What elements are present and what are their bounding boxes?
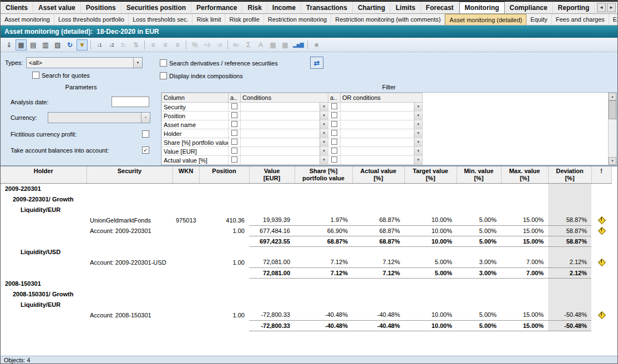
subtab-asset-monitoring[interactable]: Asset monitoring — [1, 14, 54, 25]
chevron-down-icon[interactable]: ▼ — [141, 113, 150, 123]
filter-icon[interactable]: ▼ — [77, 39, 88, 50]
dropdown-arrow-icon[interactable]: ▼ — [320, 156, 328, 164]
count-icon[interactable]: N= — [231, 39, 242, 50]
increase-decimal-icon[interactable]: +.0 — [201, 39, 212, 50]
filter-or-conditions-cell[interactable]: ▼ — [341, 112, 423, 120]
filter-conditions-cell[interactable]: ▼ — [241, 120, 328, 129]
dropdown-arrow-icon[interactable]: ▼ — [414, 156, 422, 164]
subtab-asset-monitoring-detailed[interactable]: Asset monitoring (detailed) — [445, 14, 526, 25]
tab-asset-value[interactable]: Asset value — [33, 2, 81, 13]
filter-and-checkbox[interactable] — [231, 148, 237, 154]
tab-limits[interactable]: Limits — [391, 2, 421, 13]
sort-ascending-icon[interactable]: ↓2 — [106, 39, 117, 50]
filter-conditions-cell[interactable]: ▼ — [241, 156, 328, 165]
filter-and-checkbox[interactable] — [231, 121, 237, 127]
table-settings-icon[interactable]: ▦ — [16, 39, 27, 50]
filter-or-conditions-cell[interactable]: ▼ — [341, 138, 423, 147]
col-header-security[interactable]: Security — [87, 166, 173, 183]
filter-or-conditions-cell[interactable]: ▼ — [341, 129, 423, 138]
filter-or-checkbox[interactable] — [331, 139, 337, 145]
dropdown-arrow-icon[interactable]: ▼ — [320, 129, 328, 138]
tab-clients[interactable]: Clients — [1, 2, 33, 13]
sum-icon[interactable]: Σ — [243, 39, 254, 50]
dropdown-arrow-icon[interactable]: ▼ — [414, 138, 422, 146]
security-row[interactable]: Account: 2009-220301-USD1.0072,081.007.1… — [1, 257, 611, 267]
chevron-down-icon[interactable]: ▼ — [133, 58, 142, 68]
col-header-share[interactable]: Share [%] portfolio value — [295, 166, 352, 183]
stop-icon[interactable]: ■ — [311, 39, 322, 50]
scroll-up-icon[interactable]: ▲ — [609, 93, 616, 100]
subtotal-row[interactable]: 72,081.007.12%7.12%5.00%3.00%7.00%2.12% — [1, 267, 611, 278]
security-row[interactable]: Account: 2008-1503011.00-72,800.33-40.48… — [1, 310, 611, 320]
col-header-max-value[interactable]: Max. value [%] — [501, 166, 548, 183]
group-row[interactable]: 2009-220301/ Growth — [1, 194, 611, 204]
security-row[interactable]: UnionGeldmarktFonds975013410.3619,939.39… — [1, 215, 611, 225]
filter-or-checkbox[interactable] — [331, 130, 337, 136]
subtab-risk-profile[interactable]: Risk profile — [225, 14, 264, 25]
group-row[interactable]: 2008-150301 — [1, 278, 611, 289]
group-row[interactable]: 2008-150301/ Growth — [1, 289, 611, 299]
search-derivatives-checkbox[interactable] — [160, 59, 167, 67]
decrease-decimal-icon[interactable]: -.0 — [214, 39, 225, 50]
sort-sum-icon[interactable]: Σ↓ — [118, 39, 129, 50]
search-for-quotes-checkbox[interactable] — [32, 72, 39, 79]
tab-securities-position[interactable]: Securities position — [121, 2, 191, 13]
filter-or-checkbox[interactable] — [331, 103, 337, 109]
analysis-date-input[interactable] — [112, 97, 149, 107]
tab-income[interactable]: Income — [267, 2, 301, 13]
filter-scrollbar[interactable]: ▲ ▼ — [608, 93, 616, 165]
percent-icon[interactable]: % — [189, 39, 200, 50]
subtab-loss-thresholds-portfolio[interactable]: Loss thresholds portfolio — [54, 14, 129, 25]
subtab-risk-limit[interactable]: Risk limit — [193, 14, 225, 25]
tab-scroll-left-button[interactable]: ◄ — [597, 3, 606, 12]
align-left-icon[interactable]: ≡ — [148, 39, 159, 50]
dropdown-arrow-icon[interactable]: ▼ — [414, 129, 422, 138]
filter-and-checkbox[interactable] — [231, 156, 237, 163]
filter-or-checkbox[interactable] — [331, 156, 337, 163]
col-header-deviation[interactable]: Deviation [%] — [548, 166, 591, 183]
tab-charting[interactable]: Charting — [353, 2, 391, 13]
filter-and-checkbox[interactable] — [231, 139, 237, 145]
tab-forecast[interactable]: Forecast — [421, 2, 459, 13]
dropdown-arrow-icon[interactable]: ▼ — [414, 103, 422, 111]
dropdown-arrow-icon[interactable]: ▼ — [414, 147, 422, 155]
tab-reporting[interactable]: Reporting — [553, 2, 595, 13]
borders-icon[interactable]: ▩ — [280, 39, 291, 50]
subtab-equity[interactable]: Equity — [526, 14, 552, 25]
dropdown-arrow-icon[interactable]: ▼ — [320, 147, 328, 155]
filter-conditions-cell[interactable]: ▼ — [241, 129, 328, 138]
subtab-restriction-monitoring-with-comments[interactable]: Restriction monitoring (with comments) — [331, 14, 445, 25]
filter-or-checkbox[interactable] — [331, 148, 337, 154]
align-center-icon[interactable]: ≡ — [160, 39, 171, 50]
col-header-holder[interactable]: Holder — [1, 166, 87, 183]
dropdown-arrow-icon[interactable]: ▼ — [320, 103, 328, 111]
sort-az-icon[interactable]: ⇅ — [130, 39, 141, 50]
export-table-icon[interactable]: ⇓ — [3, 39, 14, 50]
filter-or-conditions-cell[interactable]: ▼ — [341, 147, 423, 156]
currency-select[interactable]: ▼ — [48, 112, 150, 123]
font-icon[interactable]: A — [255, 39, 266, 50]
dropdown-arrow-icon[interactable]: ▼ — [414, 112, 422, 120]
subtotal-row[interactable]: 697,423.5568.87%68.87%10.00%5.00%15.00%5… — [1, 236, 611, 246]
sort-descending-icon[interactable]: ↓1 — [94, 39, 105, 50]
take-account-balances-checkbox[interactable]: ✓ — [142, 146, 149, 154]
filter-conditions-cell[interactable]: ▼ — [241, 138, 328, 147]
subtab-restriction-monitoring[interactable]: Restriction monitoring — [264, 14, 331, 25]
col-header-actual-value[interactable]: Actual value [%] — [352, 166, 404, 183]
tab-monitoring[interactable]: Monitoring — [459, 2, 505, 13]
filter-or-conditions-cell[interactable]: ▼ — [341, 120, 423, 129]
filter-and-checkbox[interactable] — [231, 112, 237, 118]
grid-icon[interactable]: ▦ — [267, 39, 278, 50]
filter-or-conditions-cell[interactable]: ▼ — [341, 103, 423, 112]
subtotal-row[interactable]: -72,800.33-40.48%-40.48%10.00%5.00%15.00… — [1, 320, 611, 331]
chart-icon[interactable]: ▂▅▇ — [292, 39, 305, 50]
group-row[interactable]: Liquidity/EUR — [1, 204, 611, 215]
refresh-icon[interactable]: ↻ — [64, 39, 75, 50]
col-header-wkn[interactable]: WKN — [173, 166, 199, 183]
display-index-compositions-checkbox[interactable] — [160, 72, 167, 79]
subtab-excess[interactable]: Excess — [609, 14, 617, 25]
dropdown-arrow-icon[interactable]: ▼ — [320, 138, 328, 146]
col-header-value[interactable]: Value [EUR] — [249, 166, 295, 183]
tab-compliance[interactable]: Compliance — [505, 2, 553, 13]
dropdown-arrow-icon[interactable]: ▼ — [320, 120, 328, 129]
